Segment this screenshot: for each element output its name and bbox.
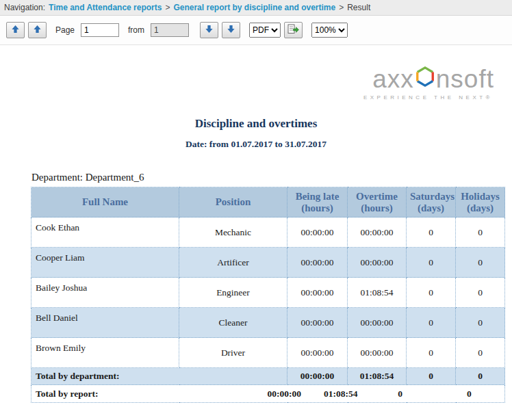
nav-link-time-attendance-reports[interactable]: Time and Attendance reports (49, 3, 162, 12)
cell-saturdays: 0 (407, 278, 456, 308)
column-header-overtime: Overtime (hours) (348, 187, 407, 218)
report-toolbar: Page from PDF 100% (0, 16, 512, 45)
table-row: Bell Daniel Cleaner 00:00:00 00:00:00 0 … (31, 308, 505, 338)
total-department-being-late: 00:00:00 (287, 368, 348, 385)
cell-being-late: 00:00:00 (287, 248, 348, 278)
nav-current-result: Result (347, 3, 370, 12)
total-pages-input (151, 23, 189, 37)
up-arrow-icon (33, 25, 42, 36)
nav-link-general-report[interactable]: General report by discipline and overtim… (173, 3, 335, 12)
cell-saturdays: 0 (407, 218, 456, 248)
column-header-saturdays: Saturdays (days) (407, 187, 456, 218)
cell-full-name: Bell Daniel (31, 308, 179, 338)
logo-text: axx nsoft (372, 66, 494, 92)
column-header-position: Position (179, 187, 287, 218)
zoom-select[interactable]: 100% (311, 23, 348, 38)
export-format-select[interactable]: PDF (249, 23, 281, 38)
from-label: from (128, 25, 144, 35)
report-table: Full Name Position Being late (hours) Ov… (31, 187, 505, 403)
total-by-report-row: Total by report: 00:00:00 01:08:54 0 0 (31, 385, 505, 403)
logo-tagline: EXPERIENCE THE NEXT® (363, 94, 493, 101)
table-row: Brown Emily Driver 00:00:00 00:00:00 0 0 (31, 338, 505, 368)
cell-saturdays: 0 (407, 338, 456, 368)
cell-overtime: 00:00:00 (348, 248, 407, 278)
cell-position: Engineer (179, 278, 287, 308)
total-report-saturdays: 0 (366, 389, 434, 399)
cell-overtime: 00:00:00 (348, 308, 407, 338)
cell-holidays: 0 (456, 308, 505, 338)
breadcrumb: Navigation: Time and Attendance reports … (0, 0, 512, 16)
cell-being-late: 00:00:00 (287, 338, 348, 368)
cell-full-name: Bailey Joshua (31, 278, 179, 308)
column-header-being-late: Being late (hours) (287, 187, 348, 218)
total-report-being-late: 00:00:00 (253, 389, 315, 399)
down-arrow-icon (227, 25, 235, 36)
navigation-label: Navigation: (4, 3, 45, 12)
cell-position: Mechanic (179, 218, 287, 248)
cell-overtime: 00:00:00 (348, 218, 407, 248)
total-report-holidays: 0 (434, 389, 504, 399)
cell-being-late: 00:00:00 (287, 308, 348, 338)
down-arrow-icon (205, 25, 214, 36)
total-department-overtime: 01:08:54 (348, 368, 407, 385)
export-icon (287, 24, 299, 36)
page-label: Page (55, 25, 75, 35)
total-department-saturdays: 0 (407, 368, 456, 385)
cell-being-late: 00:00:00 (287, 218, 348, 248)
total-department-holidays: 0 (456, 368, 505, 385)
up-arrow-icon (11, 25, 20, 36)
cell-saturdays: 0 (407, 308, 456, 338)
cell-holidays: 0 (456, 248, 505, 278)
cell-holidays: 0 (456, 338, 505, 368)
last-page-button[interactable] (222, 22, 240, 38)
cell-position: Driver (179, 338, 287, 368)
cell-saturdays: 0 (407, 248, 456, 278)
page-number-input[interactable] (81, 23, 119, 37)
column-header-full-name: Full Name (31, 187, 179, 218)
cell-position: Artificer (179, 248, 287, 278)
cell-position: Cleaner (179, 308, 287, 338)
table-row: Cooper Liam Artificer 00:00:00 00:00:00 … (31, 248, 505, 278)
table-row: Cook Ethan Mechanic 00:00:00 00:00:00 0 … (31, 218, 505, 248)
cell-holidays: 0 (456, 218, 505, 248)
cell-full-name: Brown Emily (31, 338, 179, 368)
total-by-department-row: Total by department: 00:00:00 01:08:54 0… (31, 368, 505, 385)
table-row: Bailey Joshua Engineer 00:00:00 01:08:54… (31, 278, 505, 308)
table-header-row: Full Name Position Being late (hours) Ov… (31, 187, 505, 218)
breadcrumb-separator: > (165, 3, 170, 12)
breadcrumb-separator: > (339, 3, 344, 12)
column-header-holidays: Holidays (days) (456, 187, 505, 218)
first-page-button[interactable] (6, 22, 25, 38)
export-button[interactable] (284, 22, 303, 38)
axxonsoft-logo: axx nsoft EXPERIENCE THE NEXT® (0, 66, 494, 101)
total-department-label: Total by department: (31, 368, 287, 385)
department-label: Department: Department_6 (31, 172, 512, 183)
cell-full-name: Cooper Liam (31, 248, 179, 278)
previous-page-button[interactable] (28, 22, 47, 38)
next-page-button[interactable] (200, 22, 218, 38)
total-report-overtime: 01:08:54 (315, 389, 366, 399)
logo-hexagon-icon (415, 66, 435, 92)
cell-full-name: Cook Ethan (31, 218, 179, 248)
cell-being-late: 00:00:00 (287, 278, 348, 308)
cell-overtime: 01:08:54 (348, 278, 407, 308)
total-report-label: Total by report: (31, 389, 253, 399)
cell-holidays: 0 (456, 278, 505, 308)
cell-overtime: 00:00:00 (348, 338, 407, 368)
report-date: Date: from 01.07.2017 to 31.07.2017 (0, 139, 512, 150)
report-title: Discipline and overtimes (0, 117, 512, 131)
